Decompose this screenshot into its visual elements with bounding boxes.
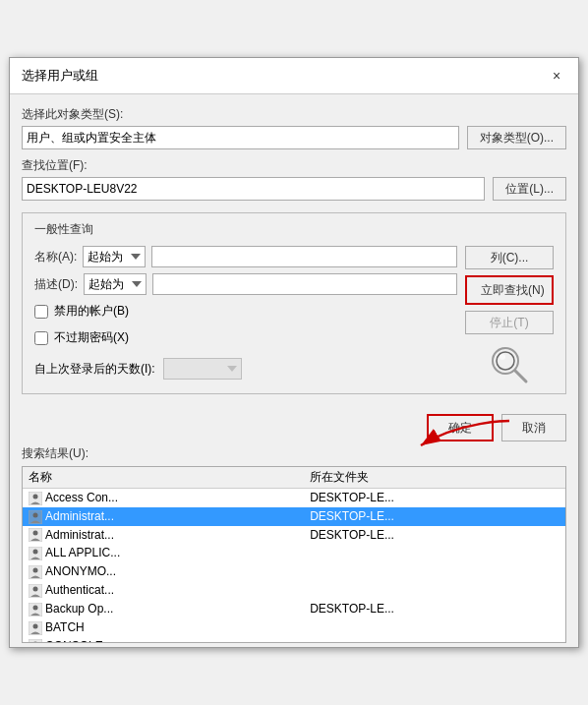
results-table-container: 名称 所在文件夹 Access Con...DESKTOP-LE... Admi… <box>22 466 566 643</box>
section-title: 一般性查询 <box>34 221 554 238</box>
user-icon <box>29 492 42 505</box>
table-row[interactable]: Authenticat... <box>23 581 565 600</box>
results-area: 搜索结果(U): 名称 所在文件夹 Access Con...DESKTOP-L… <box>10 445 578 647</box>
days-label: 自上次登录后的天数(I): <box>34 361 155 378</box>
svg-point-14 <box>33 568 38 573</box>
search-icon-area <box>465 344 554 385</box>
col-button[interactable]: 列(C)... <box>465 246 554 269</box>
svg-point-1 <box>497 352 514 370</box>
location-button[interactable]: 位置(L)... <box>493 177 566 201</box>
row-folder <box>304 637 565 642</box>
desc-label: 描述(D): <box>34 276 78 293</box>
user-icon <box>29 510 42 524</box>
days-row: 自上次登录后的天数(I): <box>34 358 457 380</box>
table-row[interactable]: Administrat...DESKTOP-LE... <box>23 507 565 526</box>
table-row[interactable]: Administrat...DESKTOP-LE... <box>23 526 565 545</box>
row-folder: DESKTOP-LE... <box>304 526 565 545</box>
user-icon <box>29 565 42 579</box>
object-type-input[interactable] <box>22 126 459 149</box>
general-query-section: 一般性查询 名称(A): 起始为 描述(D): <box>22 212 566 394</box>
right-buttons: 列(C)... 立即查找(N) 停止(T) <box>465 246 554 385</box>
row-name: Administrat... <box>23 507 304 526</box>
row-folder: DESKTOP-LE... <box>304 489 565 507</box>
desc-text-input[interactable] <box>152 273 458 295</box>
no-expire-row: 不过期密码(X) <box>34 329 457 346</box>
svg-point-3 <box>500 354 505 360</box>
search-now-button[interactable]: 立即查找(N) <box>465 275 554 305</box>
desc-dropdown[interactable]: 起始为 <box>84 273 147 295</box>
title-bar: 选择用户或组 × <box>10 58 578 94</box>
days-dropdown[interactable] <box>163 358 242 380</box>
close-button[interactable]: × <box>547 66 566 86</box>
svg-point-16 <box>33 586 38 591</box>
table-row[interactable]: ANONYMO... <box>23 562 565 581</box>
name-label: 名称(A): <box>34 249 77 265</box>
row-folder <box>304 618 565 637</box>
svg-point-12 <box>33 550 38 555</box>
select-user-dialog: 选择用户或组 × 选择此对象类型(S): 对象类型(O)... 查找位置(F):… <box>9 57 579 648</box>
object-type-button[interactable]: 对象类型(O)... <box>467 126 566 149</box>
svg-point-6 <box>33 494 38 499</box>
disabled-accounts-label: 禁用的帐户(B) <box>54 303 129 320</box>
object-type-label: 选择此对象类型(S): <box>22 106 566 123</box>
row-name: Access Con... <box>23 489 304 507</box>
table-row[interactable]: ALL APPLIC... <box>23 544 565 562</box>
row-folder: DESKTOP-LE... <box>304 600 565 618</box>
disabled-accounts-checkbox[interactable] <box>34 305 48 319</box>
location-label: 查找位置(F): <box>22 157 566 174</box>
location-section: 查找位置(F): 位置(L)... <box>22 157 566 201</box>
row-name: Authenticat... <box>23 581 304 600</box>
dialog-body: 选择此对象类型(S): 对象类型(O)... 查找位置(F): 位置(L)...… <box>10 94 578 406</box>
table-row[interactable]: CONSOLE ... <box>23 637 565 642</box>
name-text-input[interactable] <box>151 246 457 267</box>
red-arrow <box>411 416 529 455</box>
table-row[interactable]: Backup Op...DESKTOP-LE... <box>23 600 565 618</box>
search-icon <box>489 344 530 385</box>
svg-point-8 <box>33 512 38 517</box>
svg-line-2 <box>515 371 526 382</box>
row-name: BATCH <box>23 618 304 637</box>
no-expire-label: 不过期密码(X) <box>54 329 129 346</box>
results-table: 名称 所在文件夹 Access Con...DESKTOP-LE... Admi… <box>23 467 565 642</box>
svg-point-10 <box>33 531 38 536</box>
svg-rect-21 <box>29 639 42 642</box>
row-folder <box>304 581 565 600</box>
location-row: 位置(L)... <box>22 177 566 201</box>
dialog-title: 选择用户或组 <box>22 67 98 85</box>
user-icon <box>29 603 42 617</box>
row-name: Backup Op... <box>23 600 304 618</box>
row-name: ALL APPLIC... <box>23 544 304 562</box>
disabled-accounts-row: 禁用的帐户(B) <box>34 303 457 320</box>
object-type-section: 选择此对象类型(S): 对象类型(O)... <box>22 106 566 149</box>
row-name: CONSOLE ... <box>23 637 304 642</box>
svg-point-18 <box>33 605 38 610</box>
row-name: Administrat... <box>23 526 304 545</box>
table-row[interactable]: BATCH <box>23 618 565 637</box>
location-input[interactable] <box>22 177 485 201</box>
col-folder-header: 所在文件夹 <box>304 467 565 489</box>
svg-point-20 <box>33 623 38 628</box>
stop-button[interactable]: 停止(T) <box>465 311 554 334</box>
results-scroll[interactable]: 名称 所在文件夹 Access Con...DESKTOP-LE... Admi… <box>23 467 565 642</box>
user-icon <box>29 584 42 598</box>
user-icon <box>29 547 42 560</box>
row-name: ANONYMO... <box>23 562 304 581</box>
row-folder <box>304 562 565 581</box>
table-row[interactable]: Access Con...DESKTOP-LE... <box>23 489 565 507</box>
no-expire-checkbox[interactable] <box>34 331 48 345</box>
col-name-header: 名称 <box>23 467 304 489</box>
row-folder: DESKTOP-LE... <box>304 507 565 526</box>
name-dropdown[interactable]: 起始为 <box>83 246 146 267</box>
user-icon <box>29 621 42 635</box>
row-folder <box>304 544 565 562</box>
object-type-row: 对象类型(O)... <box>22 126 566 149</box>
user-icon <box>29 639 42 642</box>
user-icon <box>29 528 42 542</box>
